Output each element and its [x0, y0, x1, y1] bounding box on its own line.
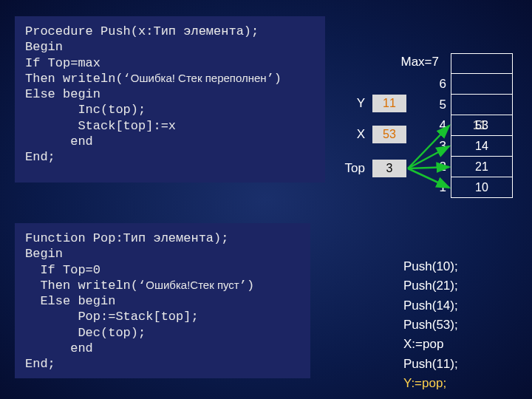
push-error-text: Ошибка! Стек переполнен: [131, 72, 267, 84]
op-line: X:=pop: [403, 335, 458, 354]
stack-cell-4: 53 11: [451, 115, 513, 136]
op-line: Push(11);: [403, 355, 458, 374]
stack-cell-3: 14: [451, 136, 513, 157]
op-line-current: Y:=pop;: [403, 374, 458, 393]
row-num-2: 2: [432, 160, 446, 174]
push-procedure-code: Procedure Push(x:Тип элемента); Begin If…: [15, 16, 325, 183]
x-value-box: 53: [372, 126, 406, 143]
row-num-5: 5: [432, 98, 446, 112]
stack-diagram: Max=7 53 11 14 21 10 6 5 4 3 2 1 Y 11 X …: [347, 53, 517, 231]
row-num-6: 6: [432, 77, 446, 92]
x-label: X: [350, 127, 365, 142]
op-line: Push(10);: [403, 257, 458, 276]
stack-column: 53 11 14 21 10: [451, 53, 513, 198]
y-value-box: 11: [372, 95, 406, 112]
stack-cell-7: [451, 53, 513, 74]
row-num-1: 1: [432, 180, 446, 195]
row-num-3: 3: [432, 139, 446, 154]
pop-error-text: Ошибка!Стек пуст: [146, 279, 239, 291]
stack-cell-4-val: 53: [475, 119, 488, 132]
stack-cell-2: 21: [451, 157, 513, 177]
stack-cell-6: [451, 74, 513, 95]
max-label: Max=7: [395, 55, 439, 69]
op-line: Push(21);: [403, 276, 458, 296]
row-num-4: 4: [432, 118, 446, 133]
top-label: Top: [338, 161, 365, 176]
top-value-box: 3: [372, 160, 406, 177]
op-line: Push(14);: [403, 296, 458, 316]
op-line: Push(53);: [403, 316, 458, 335]
stack-cell-1: 10: [451, 177, 513, 198]
stack-cell-5: [451, 95, 513, 115]
y-label: Y: [350, 96, 365, 111]
pop-function-code: Function Pop:Тип элемента); Begin If Top…: [15, 223, 310, 378]
operations-list: Push(10); Push(21); Push(14); Push(53); …: [403, 257, 458, 393]
